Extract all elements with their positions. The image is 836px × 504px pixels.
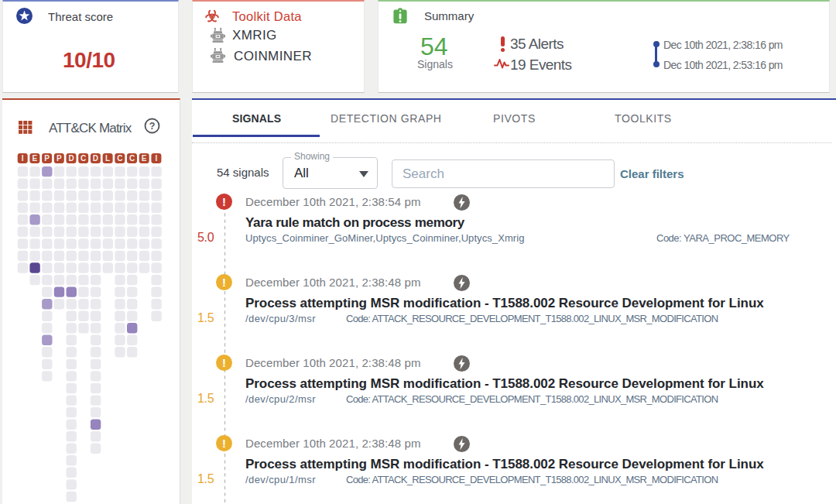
svg-text:E: E [33,154,38,163]
svg-text:D: D [93,154,98,163]
svg-text:C: C [81,154,86,163]
svg-text:P: P [57,154,62,163]
svg-text:I: I [22,154,24,163]
svg-text:I: I [156,154,158,163]
svg-text:C: C [117,154,122,163]
svg-text:C: C [129,154,135,163]
svg-text:E: E [142,154,147,163]
svg-text:L: L [105,154,110,163]
svg-text:P: P [44,154,50,163]
svg-text:D: D [68,154,74,163]
